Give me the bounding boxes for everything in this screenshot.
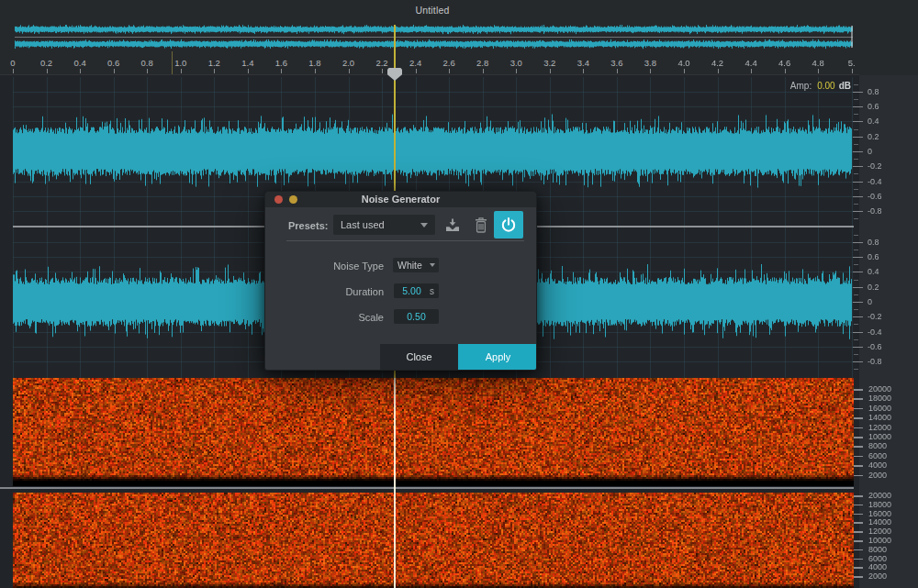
ruler-tick-label: 5. [848,58,856,68]
ruler-tick-mark [114,69,115,73]
delete-preset-icon [475,217,487,233]
freq-scale-label: 12000 [868,423,891,432]
ruler-tick-mark [449,69,450,73]
ruler-tick-mark [516,69,517,73]
ruler-tick-label: 3.6 [610,58,622,68]
presets-label: Presets: [288,220,328,231]
amp-minor-tick [854,369,858,370]
duration-unit: s [430,286,439,296]
freq-major-tick [854,495,863,497]
document-title: Untitled [0,5,865,16]
ruler-tick-mark [13,69,14,73]
freq-major-tick [854,514,863,516]
ruler-tick-mark [785,69,786,73]
ruler-tick-label: 2.8 [476,58,488,68]
ruler-tick-label: 3.2 [543,58,555,68]
amp-minor-tick [854,99,858,100]
ruler-tick-mark [583,69,584,73]
freq-major-tick [854,465,863,467]
amp-scale-label: 0.4 [868,116,879,126]
noise-type-value: White [393,260,430,271]
dialog-titlebar[interactable]: Noise Generator [265,192,536,207]
noise-type-label: Noise Type [265,261,384,272]
save-preset-button[interactable] [442,216,463,233]
power-toggle-button[interactable] [494,211,523,239]
ruler-tick-label: 1.8 [308,58,320,68]
amp-major-tick [853,121,863,122]
freq-major-tick [854,540,863,542]
freq-scale-label: 6000 [868,554,887,563]
delete-preset-button[interactable] [473,216,489,234]
amp-minor-tick [854,250,858,250]
ruler-tick-mark [349,69,350,73]
amp-minor-tick [854,114,858,115]
ruler-tick-label: 3.0 [510,58,522,68]
ruler-tick-mark [181,69,182,73]
amp-scale-label: -0.2 [868,312,882,321]
ruler-tick-mark [315,69,316,73]
timeline-ruler[interactable]: 00.20.40.60.81.01.21.41.61.82.02.22.42.6… [0,50,859,75]
preset-select[interactable]: Last used [333,215,435,235]
ruler-tick-mark [617,69,618,73]
amp-scale-label: -0.8 [868,206,882,216]
freq-scale-label: 2000 [868,471,887,480]
amp-major-tick [853,347,863,348]
freq-major-tick [854,389,863,391]
amp-major-tick [853,166,863,167]
freq-scale-label: 6000 [868,451,887,460]
scale-field[interactable]: 0.50 [394,309,439,324]
duration-field[interactable]: 5.00 s [394,283,439,298]
freq-major-tick [854,567,863,569]
amp-scale-label: 0.2 [868,132,879,141]
amp-minor-tick [854,173,858,174]
ruler-tick-mark [248,69,249,73]
freq-scale-label: 8000 [868,441,887,450]
apply-button[interactable]: Apply [458,344,537,370]
freq-major-tick [854,576,863,578]
scale-label: Scale [265,312,384,323]
freq-scale-label: 4000 [868,460,887,470]
freq-major-tick [854,522,863,524]
ruler-tick-label: 2.0 [342,58,354,68]
ruler-tick-label: 4.0 [677,58,689,68]
freq-scale-label: 14000 [868,413,891,422]
amp-minor-tick [854,84,858,85]
ruler-tick-mark [214,69,215,73]
amp-minor-tick [854,280,858,281]
freq-scale-label: 8000 [868,545,887,554]
amp-major-tick [853,92,863,93]
ruler-tick-mark [80,69,81,73]
ruler-tick-label: 0.4 [73,58,85,68]
scale-value: 0.50 [394,311,439,322]
amp-minor-tick [854,159,858,160]
ruler-tick-label: 4.6 [778,58,790,68]
freq-scale-label: 10000 [868,536,891,545]
amp-scale-label: 0.4 [868,267,879,276]
amp-minor-tick [854,204,858,205]
close-button[interactable]: Close [380,344,458,370]
freq-major-tick [854,408,863,410]
amp-scale-label: 0.2 [868,283,879,292]
ruler-tick-label: 2.2 [375,58,387,68]
ruler-tick-mark [818,69,819,73]
dialog-title: Noise Generator [265,194,536,205]
amp-major-tick [853,316,863,317]
amp-scale-label: -0.4 [868,327,882,337]
spectrogram-channel-1[interactable] [13,378,854,486]
amp-scale-label: -0.6 [868,192,882,201]
spectrogram-channel-2[interactable] [13,493,854,588]
ruler-tick-label: 1.0 [174,58,186,68]
amp-value: 0.00 [812,81,838,91]
amp-major-tick [853,302,863,303]
freq-major-tick [854,531,863,533]
noise-generator-dialog: Noise Generator Presets: Last used [264,191,537,371]
freq-scale-label: 10000 [868,432,891,441]
noise-type-select[interactable]: White [393,258,439,272]
amp-minor-tick [854,129,858,130]
amp-scale-label: 0 [868,147,872,156]
amp-major-tick [853,106,863,107]
amp-minor-tick [854,324,858,325]
chevron-down-icon [430,263,435,267]
ruler-tick-mark [650,69,651,73]
ruler-tick-mark [718,69,719,73]
